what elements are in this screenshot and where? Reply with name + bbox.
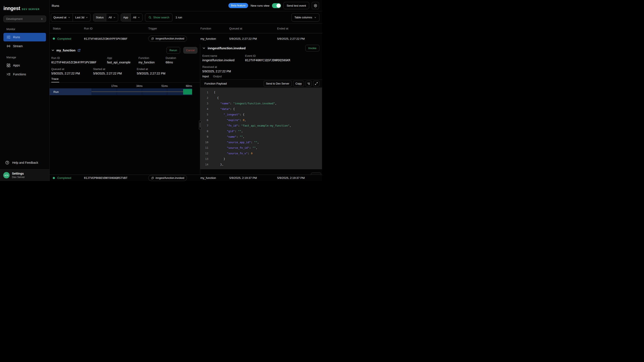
- run-detail-header[interactable]: my_function Rerun Cancel: [51, 47, 198, 54]
- column-header-queued-at: Queued at: [229, 27, 277, 30]
- word-wrap-icon: [307, 82, 310, 85]
- invoke-button[interactable]: Invoke: [305, 45, 320, 51]
- panel-resize-handle[interactable]: [199, 120, 201, 130]
- event-detail-header[interactable]: inngest/function.invoked Invoke: [202, 45, 320, 51]
- status-filter-dropdown[interactable]: All: [106, 14, 118, 21]
- word-wrap-button[interactable]: [306, 81, 312, 86]
- code-line: 3 "name": "inngest/function.invoked",: [200, 101, 322, 106]
- time-field-dropdown[interactable]: Queued at: [51, 14, 73, 21]
- chevron-down-icon: [202, 46, 206, 50]
- table-row[interactable]: Completed 01JTVEP0H8EVDNYXH68QRSTVBT inn…: [50, 175, 322, 181]
- table-row[interactable]: Completed 01JTVF46SA5ZCDK4YPFSPV3B8F inn…: [50, 33, 322, 44]
- settings-item[interactable]: </> Settings Dev Server: [0, 169, 49, 181]
- app-root: inngest DEV SERVER Development Monitor R…: [0, 0, 322, 181]
- event-fields: Event name inngest/function.invoked Even…: [202, 54, 320, 62]
- send-test-event-button[interactable]: Send test event: [284, 2, 309, 9]
- cancel-button[interactable]: Cancel: [183, 47, 198, 54]
- nav-section-manage: Manage: [6, 56, 49, 59]
- field-run-id: Run ID 01JTVF46SA5ZCDK4YPFSPV3B8F: [51, 56, 107, 64]
- app-filter-dropdown[interactable]: All: [130, 14, 142, 21]
- column-header-status: Status: [50, 27, 84, 30]
- chevron-down-icon: [138, 16, 140, 18]
- run-fields-row-1: Run ID 01JTVF46SA5ZCDK4YPFSPV3B8F App fa…: [51, 56, 198, 64]
- function-cell: my_function: [200, 176, 229, 180]
- span-duration-block: [183, 89, 192, 95]
- field-queued-at: Queued at 5/9/2025, 2:27:22 PM: [51, 67, 93, 75]
- sidebar-item-runs[interactable]: Runs: [4, 33, 46, 41]
- function-payload-bar: Function Payload Send to Dev Server Copy: [200, 80, 322, 88]
- chevron-down-icon: [68, 16, 70, 18]
- filter-bar: Queued at Last 3d Status All App All: [50, 11, 322, 24]
- sidebar: inngest DEV SERVER Development Monitor R…: [0, 0, 50, 181]
- run-fields-row-2: Queued at 5/9/2025, 2:27:22 PM Started a…: [51, 67, 198, 75]
- tick-label: 17ms: [105, 85, 118, 88]
- topbar: Runs Beta feature New runs view Send tes…: [50, 0, 322, 11]
- sidebar-item-apps[interactable]: Apps: [4, 61, 46, 70]
- send-to-dev-server-button[interactable]: Send to Dev Server: [264, 81, 292, 86]
- function-link[interactable]: my_function: [138, 61, 166, 64]
- expand-icon: [315, 82, 318, 85]
- tick-label: 68ms: [179, 85, 192, 88]
- app-link[interactable]: fast_api_example: [107, 61, 138, 64]
- tab-trace[interactable]: Trace: [51, 77, 58, 80]
- status-dot-completed: [53, 177, 55, 179]
- help-and-feedback[interactable]: Help and Feedback: [0, 157, 49, 168]
- new-runs-view-label: New runs view: [251, 4, 270, 7]
- chevron-down-icon: [86, 16, 88, 18]
- expanded-run-detail: my_function Rerun Cancel Run ID 01JTVF46…: [50, 44, 322, 175]
- payload-code[interactable]: 1[2 {3 "name": "inngest/function.invoked…: [200, 88, 322, 169]
- code-line: 9 "name": "",: [200, 134, 322, 139]
- time-range-dropdown[interactable]: Last 3d: [73, 14, 90, 21]
- search-icon: [148, 16, 152, 19]
- run-id-cell: 01JTVF46SA5ZCDK4YPFSPV3B8F: [84, 37, 148, 40]
- table-columns-button[interactable]: Table columns: [292, 13, 320, 21]
- status-dot-completed: [53, 37, 55, 40]
- toggle-knob: [276, 4, 280, 8]
- column-header-function: Function: [200, 27, 229, 30]
- new-runs-view-toggle[interactable]: [272, 3, 281, 8]
- trigger-pill[interactable]: inngest/function.invoked: [148, 175, 187, 181]
- event-name-title: inngest/function.invoked: [208, 46, 246, 50]
- field-app: App fast_api_example: [107, 56, 138, 64]
- trace-run-span[interactable]: Run: [50, 88, 192, 95]
- queued-at-cell: 5/9/2025, 2:19:37 PM: [229, 176, 277, 180]
- time-filter-group: Queued at Last 3d: [51, 13, 90, 21]
- expand-button[interactable]: [313, 81, 320, 86]
- external-link-icon[interactable]: [77, 49, 81, 52]
- status-filter-label: Status: [93, 14, 106, 21]
- run-function-name: my_function: [56, 48, 76, 52]
- event-detail-panel: inngest/function.invoked Invoke Event na…: [200, 44, 322, 175]
- column-header-run-id: Run ID: [84, 27, 148, 30]
- ended-at-cell: 5/9/2025, 2:19:37 PM: [277, 176, 322, 180]
- rerun-button[interactable]: Rerun: [166, 47, 180, 54]
- field-function: Function my_function: [138, 56, 166, 64]
- copy-button[interactable]: Copy: [293, 81, 304, 86]
- column-header-ended-at: Ended at: [277, 27, 322, 30]
- code-line: 13 }: [200, 156, 322, 162]
- field-ended-at: Ended at 5/9/2025, 2:27:22 PM: [137, 67, 198, 75]
- code-line: 4 "data": {: [200, 106, 322, 112]
- trigger-pill[interactable]: inngest/function.invoked: [148, 36, 187, 42]
- sidebar-item-functions[interactable]: Functions: [4, 70, 46, 79]
- code-line: 6 "expire": 0,: [200, 117, 322, 123]
- settings-subtitle: Dev Server: [12, 176, 25, 179]
- workspace-select[interactable]: Development: [4, 15, 46, 22]
- status-badge: Completed: [57, 176, 71, 180]
- inngest-logo: inngest: [4, 5, 20, 11]
- code-line: 1[: [200, 89, 322, 95]
- code-line: 14 },: [200, 162, 322, 167]
- sidebar-item-label: Runs: [13, 35, 20, 39]
- event-squares-icon: [151, 177, 154, 180]
- sidebar-item-stream[interactable]: Stream: [4, 42, 46, 50]
- app-filter-label: App: [121, 14, 130, 21]
- function-cell: my_function: [200, 37, 229, 40]
- tick-label: 34ms: [130, 85, 142, 88]
- status-badge: Completed: [57, 37, 71, 40]
- field-received-at: Received at 5/9/2025, 2:27:22 PM: [202, 65, 231, 73]
- help-label: Help and Feedback: [12, 161, 38, 164]
- settings-gear-button[interactable]: [312, 2, 319, 9]
- gear-icon: [314, 4, 318, 8]
- run-id-cell: 01JTVEP0H8EVDNYXH68QRSTVBT: [84, 176, 148, 180]
- show-search-button[interactable]: Show search: [145, 13, 172, 21]
- brand: inngest DEV SERVER: [0, 0, 49, 11]
